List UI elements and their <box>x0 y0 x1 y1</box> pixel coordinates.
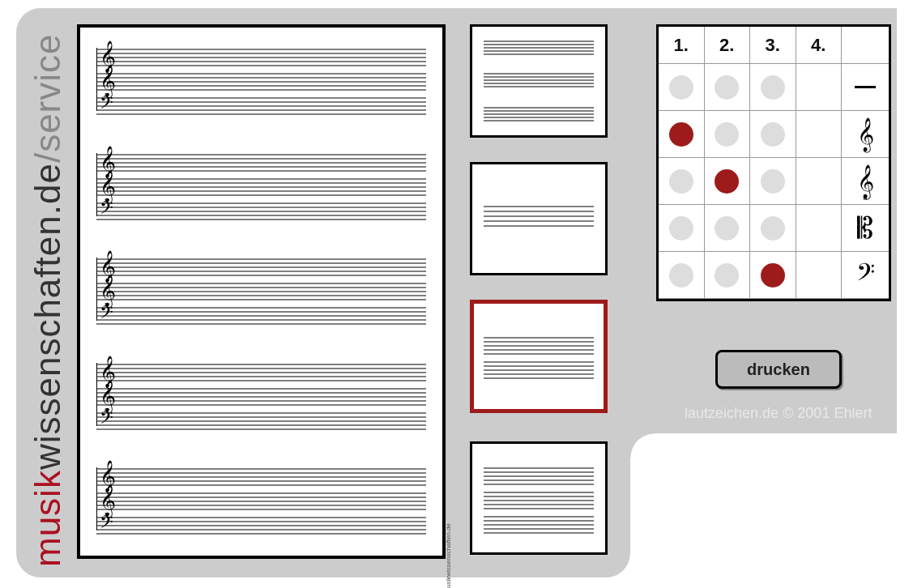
preview-staff: 𝄞 <box>96 467 426 487</box>
thumb-icon-1-center <box>472 164 605 273</box>
bass-clef-icon: 𝄢 <box>842 252 889 299</box>
bass-clef-icon: 𝄢 <box>100 200 113 221</box>
bass-clef-icon: 𝄢 <box>100 95 113 116</box>
thumb-layout-2[interactable] <box>470 300 608 413</box>
grid-radio-none-1[interactable] <box>659 64 705 111</box>
grid-radio-treble8-2[interactable] <box>705 158 751 205</box>
thumb-icon-3-even <box>472 444 605 552</box>
brand-part3: service <box>28 33 67 151</box>
grid-radio-none-2[interactable] <box>705 64 751 111</box>
preview-system: 𝄞𝄞𝄢 <box>96 153 426 221</box>
thumb-icon-3-gap <box>472 27 605 135</box>
preview-system: 𝄞𝄞𝄢 <box>96 48 426 116</box>
brand-slash: / <box>28 152 67 163</box>
brand-part1: musik <box>28 470 67 567</box>
preview-staff: 𝄞 <box>96 282 426 301</box>
brand-part2: wissenschaften.de <box>28 163 67 470</box>
preview-staff: 𝄞 <box>96 363 426 382</box>
preview-staff: 𝄞 <box>96 72 426 92</box>
brand-text: musikwissenschaften.de/service <box>28 33 68 567</box>
app-panel-notch <box>630 433 655 458</box>
preview-staff: 𝄢 <box>96 411 426 431</box>
treble8-clef-icon: 𝄞 <box>100 277 116 305</box>
bass-clef-icon: 𝄢 <box>100 514 113 535</box>
none-icon <box>842 64 889 111</box>
bass-clef-icon: 𝄢 <box>100 410 113 431</box>
preview-staff: 𝄞 <box>96 387 426 407</box>
treble8-clef-icon: 𝄞 <box>100 382 116 410</box>
grid-radio-alto-2[interactable] <box>705 205 751 252</box>
grid-radio-none-4[interactable] <box>796 64 843 111</box>
preview-system: 𝄞𝄞𝄢 <box>96 258 426 326</box>
preview-staff: 𝄢 <box>96 306 426 326</box>
preview-staff: 𝄢 <box>96 96 426 116</box>
bass-clef-icon: 𝄢 <box>100 305 113 326</box>
preview-staff: 𝄞 <box>96 48 426 67</box>
preview-system: 𝄞𝄞𝄢 <box>96 363 426 431</box>
alto-clef-icon: 𝄡 <box>842 205 889 252</box>
copyright-text: lautzeichen.de © 2001 Ehlert <box>685 405 872 422</box>
thumb-layout-0[interactable] <box>470 24 608 138</box>
preview-system: 𝄞𝄞𝄢 <box>96 467 426 535</box>
grid-radio-treble-4[interactable] <box>796 111 843 158</box>
grid-header-5 <box>842 27 889 64</box>
treble8-clef-icon: 𝄞 <box>100 487 116 514</box>
preview-staff: 𝄞 <box>96 492 426 511</box>
clef-grid: 1. 2. 3. 4. 𝄞 𝄞 𝄡 𝄢 <box>656 24 891 301</box>
grid-radio-bass-2[interactable] <box>705 252 751 299</box>
preview-staff: 𝄢 <box>96 516 426 535</box>
grid-radio-bass-4[interactable] <box>796 252 843 299</box>
grid-radio-treble-3[interactable] <box>750 111 796 158</box>
grid-header-4: 4. <box>796 27 843 64</box>
treble8-clef-icon: 𝄞 <box>100 173 116 200</box>
grid-radio-none-3[interactable] <box>750 64 796 111</box>
print-button[interactable]: drucken <box>715 350 842 389</box>
thumb-layout-1[interactable] <box>470 162 608 275</box>
treble-clef-icon: 𝄞 <box>842 111 889 158</box>
grid-radio-bass-3[interactable] <box>750 252 796 299</box>
grid-radio-treble8-4[interactable] <box>796 158 843 205</box>
grid-radio-treble-1[interactable] <box>659 111 705 158</box>
grid-header-2: 2. <box>705 27 751 64</box>
treble8-clef-icon: 𝄞 <box>100 67 116 95</box>
grid-radio-alto-3[interactable] <box>750 205 796 252</box>
treble8-clef-icon: 𝄞 <box>842 158 889 205</box>
grid-header-3: 3. <box>750 27 796 64</box>
page-preview: 𝄞𝄞𝄢𝄞𝄞𝄢𝄞𝄞𝄢𝄞𝄞𝄢𝄞𝄞𝄢 www.musikwissenschaften.… <box>77 24 446 559</box>
preview-watermark: www.musikwissenschaften.de <box>445 523 452 588</box>
preview-staff: 𝄞 <box>96 258 426 277</box>
preview-staff: 𝄢 <box>96 202 426 221</box>
grid-radio-treble8-1[interactable] <box>659 158 705 205</box>
grid-radio-treble8-3[interactable] <box>750 158 796 205</box>
grid-radio-alto-1[interactable] <box>659 205 705 252</box>
grid-radio-alto-4[interactable] <box>796 205 843 252</box>
grid-header-1: 1. <box>659 27 705 64</box>
grid-radio-bass-1[interactable] <box>659 252 705 299</box>
preview-staff: 𝄞 <box>96 177 426 197</box>
print-button-label: drucken <box>747 360 810 379</box>
grid-radio-treble-2[interactable] <box>705 111 751 158</box>
thumb-icon-2-center <box>474 304 604 409</box>
thumb-layout-3[interactable] <box>470 441 608 555</box>
preview-staff: 𝄞 <box>96 153 426 173</box>
